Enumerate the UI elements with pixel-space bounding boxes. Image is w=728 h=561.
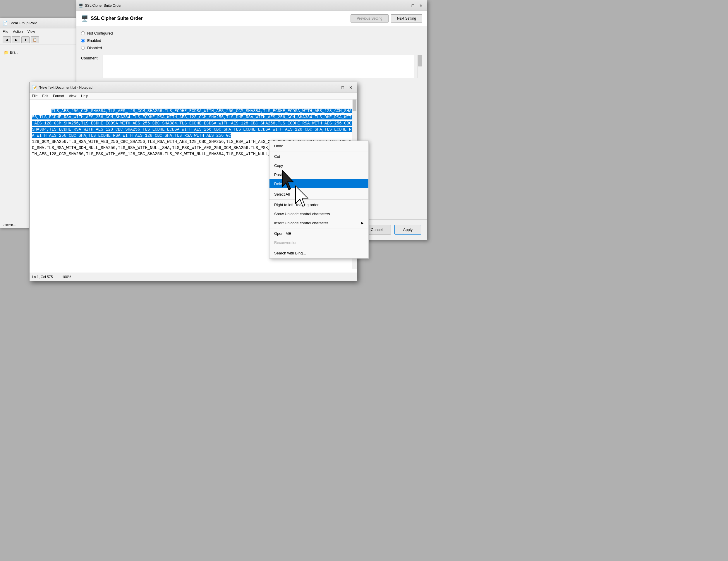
- notepad-menu-format[interactable]: Format: [53, 94, 64, 98]
- next-setting-btn[interactable]: Next Setting: [391, 14, 422, 23]
- radio-not-configured-input[interactable]: [81, 31, 85, 35]
- ssl-header-title: SSL Cipher Suite Order: [91, 16, 143, 21]
- notepad-menu-help[interactable]: Help: [81, 94, 88, 98]
- notepad-menu-file[interactable]: File: [32, 94, 37, 98]
- ctx-sep-2: [269, 189, 368, 189]
- ssl-maximize-btn[interactable]: □: [409, 2, 416, 9]
- ctx-undo[interactable]: Undo: [269, 141, 368, 150]
- comment-scrollbar-thumb: [418, 55, 422, 66]
- lgp-menu-view[interactable]: View: [28, 30, 35, 34]
- ctx-delete[interactable]: Delete: [269, 179, 368, 188]
- ctx-copy[interactable]: Copy: [269, 161, 368, 170]
- ssl-titlebar: 🖥️ SSL Cipher Suite Order — □ ✕: [76, 0, 427, 11]
- notepad-title-text: *New Text Document.txt - Notepad: [39, 85, 92, 90]
- ssl-options: Not Configured Enabled Disabled: [81, 31, 422, 50]
- radio-enabled[interactable]: Enabled: [81, 38, 422, 43]
- comment-row: Comment:: [81, 55, 422, 78]
- lgp-forward-btn[interactable]: ▶: [12, 36, 20, 43]
- notepad-menu-view[interactable]: View: [69, 94, 76, 98]
- lgp-menu-file[interactable]: File: [3, 30, 8, 34]
- radio-disabled[interactable]: Disabled: [81, 46, 422, 50]
- lgp-back-btn[interactable]: ◀: [3, 36, 11, 43]
- ssl-title-icon: 🖥️: [79, 4, 83, 8]
- lgp-menu-action[interactable]: Action: [13, 30, 23, 34]
- notepad-statusbar: Ln 1, Col 575 100%: [30, 272, 357, 281]
- lgp-up-btn[interactable]: ⬆: [21, 36, 30, 43]
- ctx-reconversion: Reconversion: [269, 238, 368, 247]
- radio-not-configured-label: Not Configured: [87, 31, 113, 35]
- radio-not-configured[interactable]: Not Configured: [81, 31, 422, 35]
- ssl-minimize-btn[interactable]: —: [401, 2, 408, 9]
- apply-button[interactable]: Apply: [394, 225, 421, 234]
- ctx-select-all[interactable]: Select All: [269, 190, 368, 199]
- ssl-title-text: SSL Cipher Suite Order: [85, 4, 122, 8]
- radio-disabled-label: Disabled: [87, 46, 102, 50]
- lgp-tree-label: Bra...: [10, 50, 18, 54]
- ssl-header: 🖥️ SSL Cipher Suite Order Previous Setti…: [76, 11, 427, 26]
- notepad-maximize-btn[interactable]: □: [339, 84, 346, 91]
- notepad-scrollbar-thumb: [353, 99, 356, 111]
- notepad-menu-edit[interactable]: Edit: [42, 94, 48, 98]
- ctx-sep-3: [269, 199, 368, 200]
- comment-label: Comment:: [81, 56, 99, 60]
- context-menu: Undo Cut Copy Paste Delete Select All Ri…: [269, 140, 369, 258]
- ctx-rtl[interactable]: Right to left Reading order: [269, 200, 368, 209]
- ssl-header-icon: 🖥️: [81, 15, 88, 22]
- radio-enabled-label: Enabled: [87, 38, 101, 43]
- ctx-arrow-icon: ▶: [361, 221, 364, 224]
- notepad-minimize-btn[interactable]: —: [331, 84, 338, 91]
- lgp-btn4[interactable]: 📋: [31, 36, 39, 43]
- comment-textarea[interactable]: [102, 55, 414, 78]
- radio-disabled-input[interactable]: [81, 46, 85, 50]
- lgp-doc-icon: 📄: [3, 21, 8, 25]
- notepad-close-btn[interactable]: ✕: [347, 84, 354, 91]
- ctx-sep-4: [269, 228, 368, 228]
- ctx-sep-5: [269, 248, 368, 248]
- ctx-cut[interactable]: Cut: [269, 152, 368, 161]
- folder-icon: 📁: [4, 50, 9, 55]
- ctx-paste[interactable]: Paste: [269, 170, 368, 179]
- notepad-menu: File Edit Format View Help: [30, 93, 357, 99]
- comment-scrollbar[interactable]: [418, 55, 422, 78]
- ctx-insert-unicode[interactable]: Insert Unicode control character ▶: [269, 218, 368, 227]
- ctx-open-ime[interactable]: Open IME: [269, 229, 368, 238]
- ctx-show-unicode[interactable]: Show Unicode control characters: [269, 209, 368, 218]
- lgp-status-text: 2 settin...: [3, 223, 16, 226]
- selected-text: TLS_AES_256_GCM_SHA384,TLS_AES_128_GCM_S…: [32, 109, 354, 138]
- notepad-titlebar: 📝 *New Text Document.txt - Notepad — □ ✕: [30, 82, 357, 93]
- ssl-close-btn[interactable]: ✕: [418, 2, 425, 9]
- ctx-search-bing[interactable]: Search with Bing...: [269, 248, 368, 258]
- ssl-body: Not Configured Enabled Disabled Comment:: [76, 26, 427, 83]
- notepad-icon: 📝: [32, 85, 37, 90]
- notepad-status-ln-col: Ln 1, Col 575: [32, 275, 53, 279]
- lgp-title: Local Group Polic...: [9, 21, 40, 25]
- radio-enabled-input[interactable]: [81, 39, 85, 42]
- ctx-sep-1: [269, 151, 368, 151]
- notepad-status-zoom: 100%: [62, 275, 71, 279]
- previous-setting-btn[interactable]: Previous Setting: [351, 14, 388, 23]
